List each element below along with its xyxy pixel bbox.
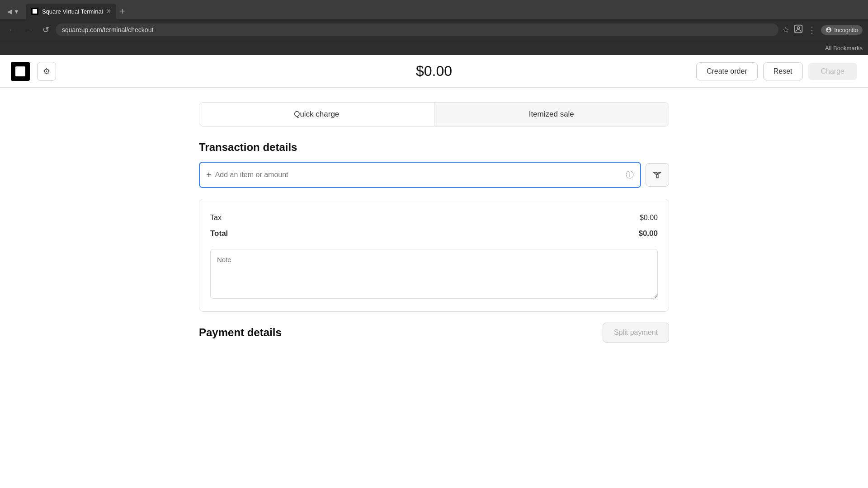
nav-back-button[interactable]: ← <box>5 23 19 37</box>
logo-inner <box>15 66 25 76</box>
settings-button[interactable]: ⚙ <box>37 62 56 81</box>
header-amount: $0.00 <box>416 63 452 80</box>
incognito-indicator: Incognito <box>821 25 863 35</box>
total-value: $0.00 <box>638 229 658 238</box>
nav-refresh-button[interactable]: ↺ <box>40 23 52 37</box>
filter-button[interactable] <box>646 163 669 187</box>
tab-title: Square Virtual Terminal <box>42 8 103 15</box>
summary-card: Tax $0.00 Total $0.00 <box>199 199 669 312</box>
payment-section: Payment details Split payment <box>199 323 669 343</box>
total-label: Total <box>210 229 228 238</box>
header-actions: Create order Reset Charge <box>696 62 857 80</box>
tax-value: $0.00 <box>640 214 658 222</box>
payment-section-title: Payment details <box>199 326 282 339</box>
tab-close-button[interactable]: × <box>107 8 111 15</box>
app-header: ⚙ $0.00 Create order Reset Charge <box>0 55 868 88</box>
tax-label: Tax <box>210 214 222 222</box>
add-tab-button[interactable]: + <box>120 6 125 17</box>
split-payment-button[interactable]: Split payment <box>603 323 669 343</box>
logo[interactable] <box>11 62 30 81</box>
tax-row: Tax $0.00 <box>210 210 658 225</box>
create-order-button[interactable]: Create order <box>696 62 758 80</box>
mode-tabs: Quick charge Itemized sale <box>199 102 669 127</box>
plus-icon: + <box>206 170 212 180</box>
filter-icon <box>652 170 662 180</box>
browser-tab[interactable]: Square Virtual Terminal × <box>26 4 116 19</box>
note-textarea[interactable] <box>210 249 658 299</box>
url-text: squareup.com/terminal/checkout <box>62 26 153 33</box>
menu-icon[interactable]: ⋮ <box>807 24 816 35</box>
total-row: Total $0.00 <box>210 225 658 242</box>
incognito-label: Incognito <box>834 27 858 33</box>
reset-button[interactable]: Reset <box>763 62 803 80</box>
svg-point-1 <box>797 27 800 29</box>
info-icon[interactable]: ⓘ <box>626 169 634 180</box>
charge-button[interactable]: Charge <box>808 63 857 80</box>
add-item-input-wrapper[interactable]: + ⓘ <box>199 162 641 188</box>
nav-actions: ☆ ⋮ Incognito <box>782 24 863 36</box>
main-content: Quick charge Itemized sale Transaction d… <box>0 88 868 465</box>
profile-icon[interactable] <box>794 24 803 36</box>
tab-favicon <box>31 8 38 15</box>
tab-quick-charge[interactable]: Quick charge <box>199 103 434 126</box>
bookmark-icon[interactable]: ☆ <box>782 25 789 35</box>
tab-itemized-sale[interactable]: Itemized sale <box>434 103 669 126</box>
add-item-row: + ⓘ <box>199 162 669 188</box>
transaction-section-title: Transaction details <box>199 141 669 154</box>
address-bar[interactable]: squareup.com/terminal/checkout <box>56 23 778 36</box>
bookmarks-label: All Bookmarks <box>825 45 863 52</box>
nav-forward-button[interactable]: → <box>23 23 36 37</box>
add-item-input[interactable] <box>215 171 622 179</box>
settings-icon: ⚙ <box>43 66 50 76</box>
